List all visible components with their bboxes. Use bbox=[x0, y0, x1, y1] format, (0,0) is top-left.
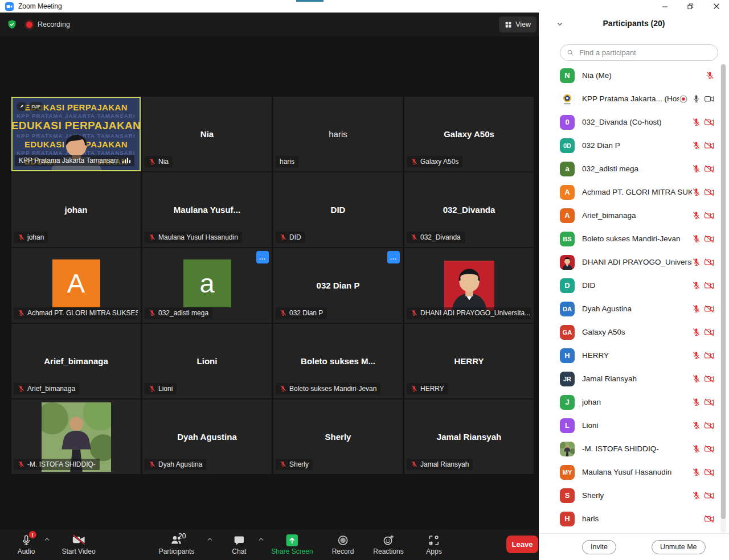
view-label: View bbox=[515, 20, 531, 28]
participant-row[interactable]: MYMaulana Yusuf Hasanudin bbox=[539, 460, 729, 484]
apps-button[interactable]: Apps bbox=[426, 533, 441, 555]
participant-row[interactable]: DHANI ADI PRAYOGO_Universit... bbox=[539, 250, 729, 274]
camera-off-icon bbox=[705, 212, 714, 220]
participant-row[interactable]: AAchmad PT. GLORI MITRA SUK... bbox=[539, 180, 729, 204]
recording-label: Recording bbox=[38, 20, 70, 28]
tile-more-menu-button[interactable]: ... bbox=[256, 251, 269, 263]
participant-row[interactable]: a032_adisti mega bbox=[539, 157, 729, 180]
chat-caret-icon[interactable] bbox=[258, 536, 264, 542]
participants-caret-icon[interactable] bbox=[207, 536, 213, 542]
video-tile[interactable]: harisharis bbox=[273, 97, 403, 171]
minimize-button[interactable] bbox=[652, 0, 678, 13]
participant-row[interactable]: NNia (Me) bbox=[539, 64, 729, 87]
tile-label-text: 032 Dian P bbox=[289, 309, 323, 317]
apps-icon bbox=[428, 533, 440, 547]
video-tile[interactable]: Galaxy A50sGalaxy A50s bbox=[404, 97, 534, 171]
video-tile[interactable]: Arief_bimanagaArief_bimanaga bbox=[11, 324, 141, 398]
record-button[interactable]: Record bbox=[332, 533, 354, 555]
tile-name-label: Arief_bimanaga bbox=[14, 383, 79, 394]
participant-status-icons bbox=[692, 328, 714, 336]
participant-row[interactable]: KPP Pratama Jakarta... (Host) bbox=[539, 87, 729, 110]
video-tile[interactable]: Jamal RiansyahJamal Riansyah bbox=[404, 400, 534, 474]
participant-status-icons bbox=[692, 164, 714, 173]
unmute-me-button[interactable]: Unmute Me bbox=[652, 540, 706, 554]
maximize-button[interactable] bbox=[678, 0, 703, 13]
audio-caret-icon[interactable] bbox=[44, 536, 50, 542]
tile-name-label: 032_adisti mega bbox=[145, 307, 212, 319]
participant-row[interactable]: LLioni bbox=[539, 414, 729, 437]
participants-button[interactable]: 20Participants bbox=[159, 533, 195, 555]
participant-name: Maulana Yusuf Hasanudin bbox=[582, 468, 692, 476]
video-tile[interactable]: LioniLioni bbox=[142, 324, 272, 398]
participants-count: 20 bbox=[178, 532, 186, 540]
tile-name-label: Maulana Yusuf Hasanudin bbox=[145, 232, 242, 243]
tile-name-label: haris bbox=[276, 156, 298, 167]
video-tile[interactable]: Maulana Yusuf...Maulana Yusuf Hasanudin bbox=[142, 172, 272, 247]
leave-button[interactable]: Leave bbox=[506, 536, 538, 553]
tile-name-label: Boleto sukses Mandiri-Jevan bbox=[276, 383, 380, 394]
participant-name: johan bbox=[582, 398, 692, 406]
tile-more-menu-button[interactable]: ... bbox=[387, 251, 400, 263]
video-tile[interactable]: a...032_adisti mega bbox=[142, 248, 272, 323]
participant-status-icons bbox=[692, 258, 714, 266]
participant-list: NNia (Me)KPP Pratama Jakarta... (Host)00… bbox=[539, 64, 729, 530]
participant-row[interactable]: -M. ISTOFA SHIDDIQ- bbox=[539, 437, 729, 460]
video-tile[interactable]: SherlySherly bbox=[273, 400, 403, 474]
scrollbar-thumb[interactable] bbox=[721, 64, 726, 519]
reactions-button[interactable]: Reactions bbox=[373, 533, 403, 555]
security-shield-icon[interactable] bbox=[7, 19, 17, 30]
participant-row[interactable]: GAGalaxy A50s bbox=[539, 320, 729, 344]
invite-button[interactable]: Invite bbox=[582, 540, 616, 554]
share-screen-button[interactable]: Share Screen bbox=[271, 533, 313, 555]
video-tile[interactable]: DHANI ADI PRAYOGO_Universita... bbox=[404, 248, 534, 323]
video-tile[interactable]: DIDDID bbox=[273, 172, 403, 247]
close-button[interactable] bbox=[703, 0, 729, 13]
video-tile[interactable]: -M. ISTOFA SHIDDIQ- bbox=[11, 400, 141, 474]
video-tile[interactable]: AAchmad PT. GLORI MITRA SUKSES bbox=[11, 248, 141, 323]
participant-row[interactable]: DDID bbox=[539, 274, 729, 297]
chat-button[interactable]: Chat bbox=[232, 533, 246, 555]
video-tile[interactable]: HERRYHERRY bbox=[404, 324, 534, 398]
tile-name-label: Sherly bbox=[276, 459, 313, 470]
video-tile[interactable]: 032 Dian P...032 Dian P bbox=[273, 248, 403, 323]
meeting-topbar: Recording View bbox=[0, 13, 539, 36]
video-tile[interactable]: Boleto sukses M...Boleto sukses Mandiri-… bbox=[273, 324, 403, 398]
participant-row[interactable]: HHERRY bbox=[539, 344, 729, 367]
avatar: DA bbox=[560, 302, 575, 316]
participant-status-icons bbox=[679, 94, 714, 104]
search-input[interactable] bbox=[578, 48, 712, 57]
participant-row[interactable]: JRJamal Riansyah bbox=[539, 367, 729, 390]
avatar: BS bbox=[560, 232, 575, 246]
avatar: A bbox=[560, 185, 575, 200]
tile-name-label: Nia bbox=[145, 156, 173, 167]
participant-row[interactable]: 0032_Divanda (Co-host) bbox=[539, 110, 729, 134]
participant-row[interactable]: DADyah Agustina bbox=[539, 297, 729, 320]
camera-off-icon bbox=[705, 118, 714, 126]
participant-row[interactable]: AArief_bimanaga bbox=[539, 204, 729, 227]
participant-row[interactable]: Jjohan bbox=[539, 390, 729, 414]
start-video-button[interactable]: Start Video bbox=[62, 533, 95, 555]
video-tile[interactable]: johanjohan bbox=[11, 172, 141, 247]
participant-row[interactable]: 0D032 Dian P bbox=[539, 134, 729, 157]
participant-search bbox=[560, 44, 718, 61]
video-tile[interactable]: 032_Divanda032_Divanda bbox=[404, 172, 534, 247]
participant-row[interactable]: BSBoleto sukses Mandiri-Jevan bbox=[539, 227, 729, 250]
restore-icon bbox=[687, 3, 694, 10]
mic-muted-icon bbox=[411, 310, 417, 316]
view-button[interactable]: View bbox=[499, 17, 536, 32]
window-title: Zoom Meeting bbox=[18, 2, 62, 10]
mic-muted-icon bbox=[692, 281, 701, 290]
audio-button[interactable]: !Audio bbox=[18, 533, 35, 555]
tile-label-text: johan bbox=[27, 233, 44, 241]
participant-row[interactable]: SSherly bbox=[539, 484, 729, 507]
participant-name: HERRY bbox=[582, 351, 692, 360]
camera-off-icon bbox=[705, 328, 714, 336]
video-tile[interactable]: NiaNia bbox=[142, 97, 272, 171]
avatar: GA bbox=[560, 325, 575, 340]
mic-muted-icon bbox=[692, 421, 701, 430]
participant-name: KPP Pratama Jakarta... (Host) bbox=[582, 94, 679, 103]
avatar: H bbox=[560, 348, 575, 363]
video-tile[interactable]: Dyah AgustinaDyah Agustina bbox=[142, 400, 272, 474]
participant-row[interactable]: Hharis bbox=[539, 507, 729, 530]
video-tile-active-speaker[interactable]: EDUKASI PERPAJAKANKPP PRATAMA JAKARTA TA… bbox=[11, 97, 141, 171]
